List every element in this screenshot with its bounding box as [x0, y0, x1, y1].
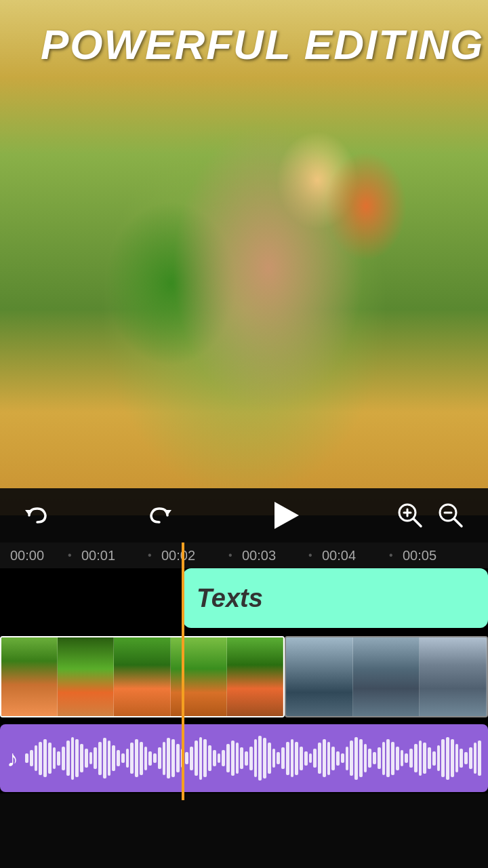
zoom-in-button[interactable]: [393, 498, 427, 532]
wave-bar: [30, 750, 33, 767]
wave-bar: [313, 749, 317, 768]
wave-bar: [112, 745, 115, 772]
time-mark-0: 00:00: [10, 548, 44, 564]
wave-bar: [318, 743, 321, 774]
video-background: [0, 0, 488, 515]
time-dot-4: •: [389, 549, 393, 561]
wave-bar: [158, 747, 161, 769]
svg-line-8: [454, 519, 462, 526]
wave-bar: [268, 743, 271, 774]
wave-bar: [226, 744, 230, 772]
wave-bar: [401, 750, 404, 767]
wave-bar: [373, 752, 376, 764]
wave-bar: [432, 751, 436, 766]
wave-bar: [346, 747, 349, 770]
redo-button[interactable]: [142, 498, 176, 532]
wave-bar: [240, 747, 243, 769]
wave-bar: [218, 753, 221, 763]
clips-track: [0, 636, 488, 717]
clip-thumb-5: [227, 637, 283, 716]
wave-bar: [386, 739, 390, 777]
video-clip-2[interactable]: [285, 636, 488, 717]
wave-bar: [195, 741, 198, 776]
wave-bar: [405, 753, 408, 763]
video-clip-1[interactable]: [0, 636, 285, 717]
wave-bar: [291, 739, 294, 777]
wave-bar: [281, 747, 285, 769]
texts-track-label: Texts: [197, 584, 263, 613]
wave-bar: [171, 739, 175, 777]
wave-bar: [25, 753, 28, 763]
wave-bar: [130, 743, 134, 774]
waveform: [25, 734, 481, 782]
wave-bar: [48, 743, 52, 774]
wave-bar: [39, 742, 42, 775]
wave-bar: [190, 747, 193, 770]
wave-bar: [85, 749, 88, 768]
wave-bar: [460, 749, 463, 768]
playhead[interactable]: [182, 542, 184, 800]
audio-track[interactable]: ♪: [0, 724, 488, 792]
wave-bar: [185, 752, 188, 764]
wave-bar: [80, 744, 83, 772]
wave-bar: [62, 747, 65, 770]
wave-bar: [254, 739, 258, 777]
wave-bar: [428, 747, 431, 769]
time-mark-5: 00:05: [403, 548, 436, 564]
svg-marker-0: [25, 510, 33, 515]
video-preview: [0, 0, 488, 515]
wave-bar: [455, 744, 459, 772]
time-mark-3: 00:03: [242, 548, 276, 564]
wave-bar: [341, 753, 344, 763]
wave-bar: [108, 741, 111, 776]
wave-bar: [258, 736, 262, 781]
wave-bar: [167, 738, 170, 778]
undo-button[interactable]: [20, 498, 54, 532]
wave-bar: [295, 742, 298, 775]
time-mark-2: 00:02: [161, 548, 195, 564]
wave-bar: [277, 752, 280, 764]
wave-bar: [359, 739, 363, 777]
wave-bar: [323, 739, 326, 777]
wave-bar: [163, 742, 166, 775]
wave-bar: [245, 751, 248, 766]
clip-thumb-2: [58, 637, 114, 716]
wave-bar: [331, 747, 335, 770]
wave-bar: [469, 747, 472, 769]
play-icon: [274, 502, 299, 529]
wave-bar: [396, 747, 399, 770]
wave-bar: [451, 739, 454, 777]
time-mark-4: 00:04: [322, 548, 356, 564]
wave-bar: [263, 738, 266, 778]
wave-bar: [378, 747, 381, 769]
timeline-ruler: 00:00 • 00:01 • 00:02 • 00:03 • 00:04 • …: [0, 542, 488, 568]
controls-bar: [0, 488, 488, 542]
wave-bar: [409, 749, 413, 768]
clip-thumb-6: [286, 637, 353, 716]
music-icon: ♪: [7, 745, 18, 772]
wave-bar: [94, 747, 97, 769]
wave-bar: [208, 745, 211, 772]
texts-track[interactable]: Texts: [183, 568, 488, 628]
wave-bar: [148, 751, 152, 766]
wave-bar: [368, 749, 371, 768]
wave-bar: [414, 744, 418, 772]
wave-bar: [199, 737, 203, 780]
wave-bar: [43, 739, 47, 777]
wave-bar: [304, 751, 308, 766]
wave-bar: [364, 744, 367, 772]
wave-bar: [117, 750, 120, 767]
svg-line-5: [413, 519, 421, 526]
wave-bar: [236, 743, 239, 774]
wave-bar: [478, 741, 481, 776]
wave-bar: [419, 741, 422, 776]
wave-bar: [53, 747, 56, 769]
zoom-out-button[interactable]: [434, 498, 468, 532]
wave-bar: [231, 741, 235, 776]
wave-bar: [213, 750, 216, 767]
wave-bar: [354, 737, 358, 780]
time-dot-0: •: [68, 549, 72, 561]
wave-bar: [382, 742, 386, 775]
play-button[interactable]: [264, 495, 305, 536]
time-mark-1: 00:01: [81, 548, 115, 564]
